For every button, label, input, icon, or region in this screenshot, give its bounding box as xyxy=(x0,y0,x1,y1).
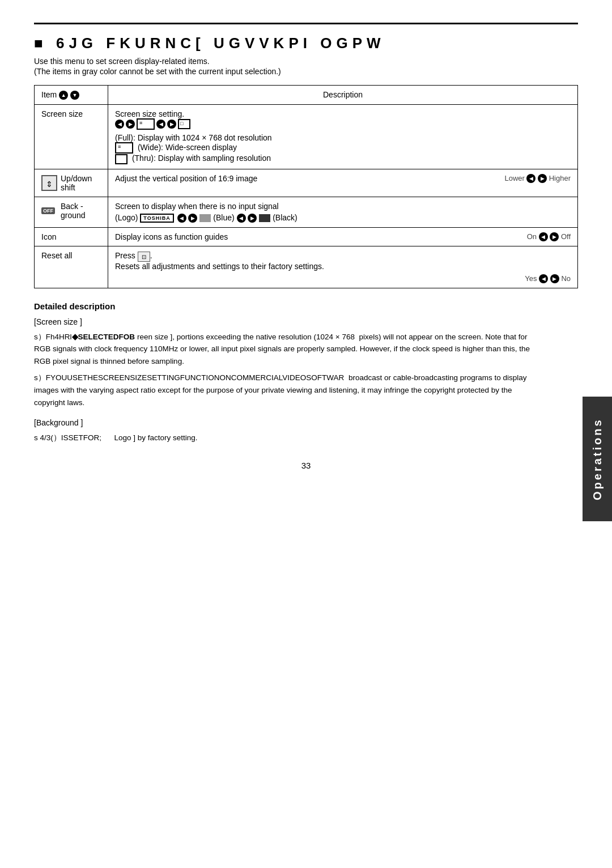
table-header-item: Item ▲ ▼ xyxy=(35,86,108,105)
table-row: Icon Display icons as function guides On… xyxy=(35,227,578,246)
bullet1-label: s）Fh4HRl◆SELECTEDFOB xyxy=(34,331,135,343)
up-arrow-icon: ▲ xyxy=(59,91,68,100)
lower-right-icon: ▶ xyxy=(538,174,547,183)
reset-desc-text: Resets all adjustments and settings to t… xyxy=(115,262,571,271)
table-row: Reset all Press ⊡. Resets all adjustment… xyxy=(35,246,578,288)
yes-no-label: Yes ◀ ▶ No xyxy=(115,274,571,284)
wide-desc: ≡ (Wide): Wide-screen display xyxy=(115,142,571,154)
screen-size-sub: [Screen size ] xyxy=(34,316,544,328)
item-reset: Reset all xyxy=(35,246,108,288)
black-box-icon xyxy=(259,214,270,222)
circle-left2-icon: ◀ xyxy=(156,120,165,129)
table-row: OFF Back -ground Screen to display when … xyxy=(35,197,578,227)
yes-right-icon: ▶ xyxy=(550,274,559,283)
table-header-desc: Description xyxy=(108,86,578,105)
detailed-title: Detailed description xyxy=(34,300,544,313)
yes-left-icon: ◀ xyxy=(539,274,548,283)
top-border xyxy=(34,23,578,24)
updown-shift-icon: ⇕ xyxy=(41,175,57,191)
desc-screen-size: Screen size setting. ◀ ▶ ≡ ◀ ▶ □ (Full):… xyxy=(108,105,578,169)
detailed-section: Detailed description [Screen size ] s）Fh… xyxy=(34,300,578,444)
operations-sidebar: Operations xyxy=(583,397,612,521)
on-left-icon: ◀ xyxy=(539,232,548,241)
lower-higher-label: Lower ◀ ▶ Higher xyxy=(504,174,571,184)
desc-background: Screen to display when there is no input… xyxy=(108,197,578,227)
toshiba-badge-icon: TOSHIBA xyxy=(140,214,173,223)
updown-desc-text: Adjust the vertical position of 16:9 ima… xyxy=(115,174,257,183)
on-off-label: On ◀ ▶ Off xyxy=(527,232,571,242)
icon-desc-text: Display icons as function guides xyxy=(115,232,228,241)
bg-logo-line: (Logo) TOSHIBA ◀ ▶ (Blue) ◀ ▶ (Black) xyxy=(115,213,571,223)
detail-bullet2: s）FYOUUSETHESCREENSIZESETTINGFUNCTIONONC… xyxy=(34,372,544,409)
blue-left-icon: ◀ xyxy=(237,214,246,223)
circle-right2-icon: ▶ xyxy=(167,120,176,129)
off-badge-icon: OFF xyxy=(41,207,55,214)
bullet2-label: s）FYOUUSETHESCREENSIZESETTINGFUNCTIONONC… xyxy=(34,372,344,384)
subtitle2: (The items in gray color cannot be set w… xyxy=(34,67,578,76)
page-number: 33 xyxy=(34,461,578,470)
down-arrow-icon: ▼ xyxy=(70,91,79,100)
sidebar-label: Operations xyxy=(591,418,604,500)
circle-right-icon: ▶ xyxy=(126,120,135,129)
background-label: Back -ground xyxy=(61,202,86,220)
reset-press-line: Press ⊡. xyxy=(115,251,571,261)
thru-box-icon: □ xyxy=(178,119,190,129)
lower-left-icon: ◀ xyxy=(526,174,536,183)
table-row: ⇕ Up/downshift Adjust the vertical posit… xyxy=(35,169,578,197)
bg-desc-text: Screen to display when there is no input… xyxy=(115,202,571,211)
wide-box-icon: ≡ xyxy=(137,118,155,130)
logo-left-icon: ◀ xyxy=(177,214,186,223)
reset-icon: ⊡ xyxy=(138,252,150,262)
settings-table: Item ▲ ▼ Description Screen size Screen … xyxy=(34,85,578,288)
item-icon: Icon xyxy=(35,227,108,246)
detail-bullet1: s）Fh4HRl◆SELECTEDFOBreen size ], portion… xyxy=(34,331,544,368)
item-updown: ⇕ Up/downshift xyxy=(35,169,108,197)
background-sub: [Background ] xyxy=(34,416,544,429)
full-desc: (Full): Display with 1024 × 768 dot reso… xyxy=(115,133,571,142)
item-background: OFF Back -ground xyxy=(35,197,108,227)
thru-desc: (Thru): Display with sampling resolution xyxy=(115,154,571,164)
desc-updown: Adjust the vertical position of 16:9 ima… xyxy=(108,169,578,197)
screen-size-icons: ◀ ▶ ≡ ◀ ▶ □ xyxy=(115,118,571,130)
subtitle1: Use this menu to set screen display-rela… xyxy=(34,57,578,66)
desc-icon: Display icons as function guides On ◀ ▶ … xyxy=(108,227,578,246)
desc-reset: Press ⊡. Resets all adjustments and sett… xyxy=(108,246,578,288)
blue-right-icon: ▶ xyxy=(248,214,257,223)
page-title: ■ 6JG FKURNC[ UGVVKPI OGPW xyxy=(34,35,578,52)
blue-box-icon xyxy=(199,214,211,222)
table-row: Screen size Screen size setting. ◀ ▶ ≡ ◀… xyxy=(35,105,578,169)
updown-label: Up/downshift xyxy=(61,174,92,192)
on-right-icon: ▶ xyxy=(550,232,559,241)
item-screen-size: Screen size xyxy=(35,105,108,169)
bg-bullet: s 4/3(）ISSETFOR; Logo ] by factory setti… xyxy=(34,432,544,444)
circle-left-icon: ◀ xyxy=(115,120,124,129)
logo-right-icon: ▶ xyxy=(188,214,197,223)
